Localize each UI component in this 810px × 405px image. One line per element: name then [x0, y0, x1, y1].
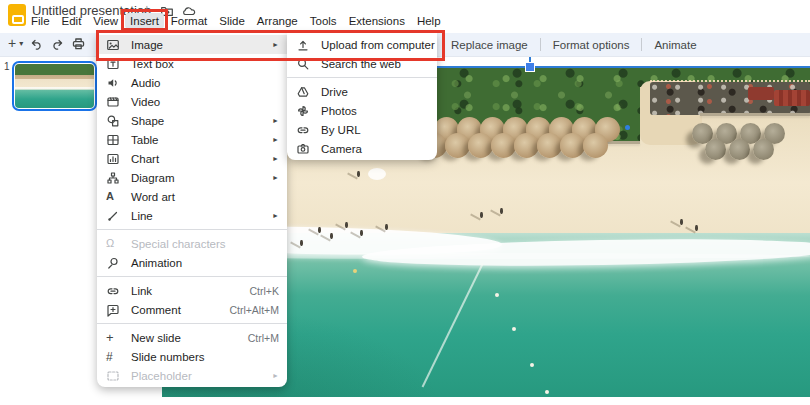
menu-item-shape[interactable]: Shape ► [97, 111, 287, 130]
menu-item-animation[interactable]: Animation [97, 253, 287, 272]
audio-icon [106, 76, 131, 90]
search-icon [296, 57, 321, 71]
submenu-arrow-icon: ► [272, 372, 279, 379]
menu-item-image[interactable]: Image ► [97, 35, 287, 54]
yellow-buoy [353, 269, 357, 273]
menubar-item-format[interactable]: Format [166, 13, 212, 29]
menu-item-video[interactable]: Video [97, 92, 287, 111]
image-submenu: Upload from computer Search the web Driv… [287, 33, 437, 160]
replace-image-button[interactable]: Replace image [441, 39, 538, 51]
menu-item-audio[interactable]: Audio [97, 73, 287, 92]
line-icon [106, 209, 131, 223]
slide-number: 1 [4, 61, 10, 72]
menu-item-diagram[interactable]: Diagram ► [97, 168, 287, 187]
submenu-arrow-icon: ► [272, 174, 279, 181]
menu-item-new-slide[interactable]: + New slide Ctrl+M [97, 328, 287, 347]
submenu-arrow-icon: ► [272, 136, 279, 143]
submenu-item-photos[interactable]: Photos [287, 101, 437, 120]
beach-person [695, 225, 698, 231]
photos-icon [296, 104, 321, 118]
undo-button[interactable] [29, 36, 44, 51]
chevron-down-icon: ▾ [19, 39, 23, 48]
menu-item-placeholder[interactable]: Placeholder ► [97, 366, 287, 385]
beach-person [500, 208, 503, 214]
header: Untitled presentation ☆ File Edit View I… [0, 0, 810, 33]
red-awning [774, 90, 810, 106]
submenu-item-camera[interactable]: Camera [287, 139, 437, 158]
submenu-arrow-icon: ► [272, 212, 279, 219]
menu-item-slide-numbers[interactable]: # Slide numbers [97, 347, 287, 366]
beach-person [318, 227, 321, 233]
menu-item-link[interactable]: Link Ctrl+K [97, 281, 287, 300]
drive-icon [296, 85, 321, 99]
filmstrip-panel: 1 [0, 57, 100, 405]
menubar-item-slide[interactable]: Slide [214, 13, 250, 29]
slide-thumbnail-1[interactable] [12, 61, 97, 111]
shortcut: Ctrl+M [248, 332, 279, 344]
menubar-item-tools[interactable]: Tools [305, 13, 342, 29]
beach-person [357, 171, 360, 177]
plus-icon: + [8, 35, 16, 51]
video-icon [106, 95, 131, 109]
beach-person [345, 222, 348, 228]
menu-item-special-characters[interactable]: Ω Special characters [97, 234, 287, 253]
comment-icon [106, 303, 131, 317]
word-art-icon: A [106, 191, 131, 202]
menubar-item-edit[interactable]: Edit [57, 13, 87, 29]
menu-item-table[interactable]: Table ► [97, 130, 287, 149]
beach-person [480, 212, 483, 218]
menubar-item-file[interactable]: File [26, 13, 55, 29]
shortcut: Ctrl+K [250, 285, 279, 297]
submenu-item-search-the-web[interactable]: Search the web [287, 54, 437, 73]
menubar-item-view[interactable]: View [88, 13, 123, 29]
image-resize-handle[interactable] [525, 62, 535, 72]
beach-person [360, 230, 363, 236]
buoy [512, 327, 516, 331]
beach-person [330, 233, 333, 239]
boardwalk-wall [700, 113, 810, 116]
buoy [530, 363, 534, 367]
menubar-item-help[interactable]: Help [412, 13, 446, 29]
red-awning [748, 87, 774, 100]
beach-person [385, 224, 388, 230]
submenu-arrow-icon: ► [272, 117, 279, 124]
menubar: File Edit View Insert Format Slide Arran… [26, 13, 446, 29]
google-slides-window: 1 + ▾ Replace image Format options Anim [0, 0, 810, 405]
animate-button[interactable]: Animate [644, 39, 706, 51]
blue-cart [625, 125, 630, 130]
upload-icon [296, 38, 321, 52]
umbrella-row [422, 133, 606, 158]
beach-person [300, 240, 303, 246]
menu-item-word-art[interactable]: A Word art [97, 187, 287, 206]
format-options-button[interactable]: Format options [543, 39, 640, 51]
diagram-icon [106, 171, 131, 185]
menubar-item-arrange[interactable]: Arrange [252, 13, 303, 29]
submenu-item-upload-from-computer[interactable]: Upload from computer [287, 35, 437, 54]
submenu-item-drive[interactable]: Drive [287, 82, 437, 101]
submenu-arrow-icon: ► [272, 155, 279, 162]
menu-item-chart[interactable]: Chart ► [97, 149, 287, 168]
umbrella-row-grey [705, 139, 777, 160]
new-slide-button[interactable]: + ▾ [8, 35, 23, 51]
chart-icon [106, 152, 131, 166]
menu-divider [97, 229, 287, 230]
redo-button[interactable] [50, 36, 65, 51]
link-icon [106, 284, 131, 298]
menubar-item-extensions[interactable]: Extensions [344, 13, 410, 29]
menu-item-line[interactable]: Line ► [97, 206, 287, 225]
placeholder-icon [106, 369, 131, 383]
menubar-item-insert[interactable]: Insert [125, 13, 164, 29]
text-box-icon [106, 57, 131, 71]
shortcut: Ctrl+Alt+M [229, 304, 279, 316]
menu-divider [97, 323, 287, 324]
print-button[interactable] [71, 36, 86, 51]
submenu-item-by-url[interactable]: By URL [287, 120, 437, 139]
menu-item-comment[interactable]: Comment Ctrl+Alt+M [97, 300, 287, 319]
shape-icon [106, 114, 131, 128]
submenu-arrow-icon: ► [272, 41, 279, 48]
menu-divider [97, 276, 287, 277]
menu-divider [287, 77, 437, 78]
beach-person [680, 219, 683, 225]
slides-logo-icon[interactable] [8, 4, 26, 26]
menu-item-text-box[interactable]: Text box [97, 54, 287, 73]
